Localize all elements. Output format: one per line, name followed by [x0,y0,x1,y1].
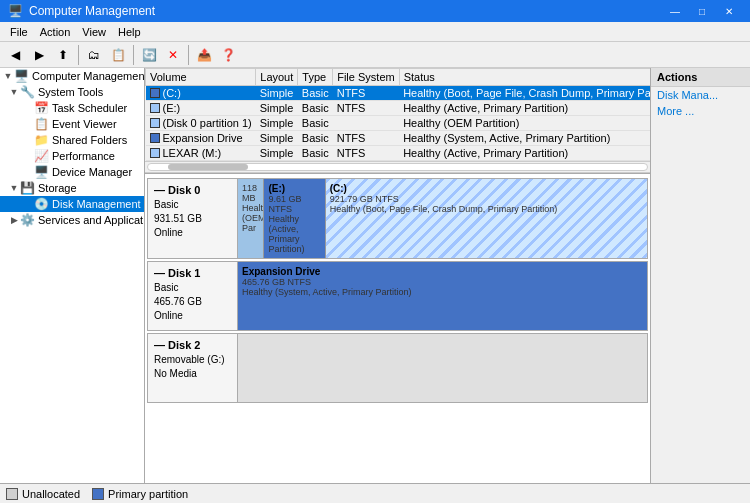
tree-item-services-apps[interactable]: ▶ ⚙️ Services and Applications [0,212,144,228]
toolbar-sep-3 [188,45,189,65]
cell-volume: Expansion Drive [146,131,256,146]
refresh-button[interactable]: 🔄 [138,44,160,66]
tree-item-computer-mgmt[interactable]: ▼ 🖥️ Computer Management (Local [0,68,144,84]
export-button[interactable]: 📤 [193,44,215,66]
disk-type: Removable (G:) [154,354,225,365]
actions-disk-manage-link[interactable]: Disk Mana... [651,87,750,103]
cell-volume: LEXAR (M:) [146,146,256,161]
partition-block[interactable]: (C:)921.79 GB NTFSHealthy (Boot, Page Fi… [326,179,647,258]
expand-icon: ▼ [8,87,20,97]
legend-unalloc-label: Unallocated [22,488,80,500]
disk-management-label: Disk Management [52,198,141,210]
menu-file[interactable]: File [4,24,34,40]
stop-button[interactable]: ✕ [162,44,184,66]
partition-name: (E:) [268,183,320,194]
volume-name: (E:) [163,102,181,114]
tree-item-task-scheduler[interactable]: 📅 Task Scheduler [0,100,144,116]
event-viewer-label: Event Viewer [52,118,117,130]
cell-volume: (Disk 0 partition 1) [146,116,256,131]
storage-icon: 💾 [20,181,35,195]
expand-icon [22,151,34,161]
cell-type: Basic [298,131,333,146]
cell-layout: Simple [256,86,298,101]
right-panel: Volume Layout Type File System Status Ca… [145,68,650,483]
toolbar-sep-2 [133,45,134,65]
up-button[interactable]: ⬆ [52,44,74,66]
show-hide-tree-button[interactable]: 🗂 [83,44,105,66]
cell-status: Healthy (OEM Partition) [399,116,650,131]
actions-title: Actions [651,68,750,87]
disk-status: No Media [154,368,197,379]
partition-block[interactable]: Expansion Drive465.76 GB NTFSHealthy (Sy… [238,262,647,330]
event-viewer-icon: 📋 [34,117,49,131]
col-layout[interactable]: Layout [256,69,298,86]
menu-bar: File Action View Help [0,22,750,42]
table-row[interactable]: (Disk 0 partition 1) Simple Basic Health… [146,116,651,131]
maximize-button[interactable]: □ [689,0,715,22]
back-button[interactable]: ◀ [4,44,26,66]
partition-detail: 465.76 GB NTFS [242,277,643,287]
menu-help[interactable]: Help [112,24,147,40]
table-row[interactable]: LEXAR (M:) Simple Basic NTFS Healthy (Ac… [146,146,651,161]
forward-button[interactable]: ▶ [28,44,50,66]
close-button[interactable]: ✕ [716,0,742,22]
window-title: Computer Management [29,4,656,18]
status-bar: Unallocated Primary partition [0,483,750,503]
table-row[interactable]: Expansion Drive Simple Basic NTFS Health… [146,131,651,146]
partition-block[interactable]: (E:)9.61 GB NTFSHealthy (Active, Primary… [264,179,325,258]
cell-status: Healthy (Active, Primary Partition) [399,146,650,161]
table-row[interactable]: (E:) Simple Basic NTFS Healthy (Active, … [146,101,651,116]
services-apps-icon: ⚙️ [20,213,35,227]
col-filesystem[interactable]: File System [333,69,399,86]
disk-label: — Disk 2 Removable (G:) No Media [148,334,238,402]
minimize-button[interactable]: — [662,0,688,22]
partition-detail: 921.79 GB NTFS [330,194,643,204]
disk-row: — Disk 2 Removable (G:) No Media [147,333,648,403]
h-scrollbar[interactable] [145,161,650,173]
tree-item-performance[interactable]: 📈 Performance [0,148,144,164]
computer-mgmt-icon: 🖥️ [14,69,29,83]
col-volume[interactable]: Volume [146,69,256,86]
tree-item-storage[interactable]: ▼ 💾 Storage [0,180,144,196]
expand-icon [22,103,34,113]
disk-id: — Disk 0 [154,184,200,196]
tree-item-shared-folders[interactable]: 📁 Shared Folders [0,132,144,148]
volume-color-indicator [150,148,160,158]
cell-layout: Simple [256,131,298,146]
table-row[interactable]: (C:) Simple Basic NTFS Healthy (Boot, Pa… [146,86,651,101]
properties-button[interactable]: 📋 [107,44,129,66]
help-button[interactable]: ❓ [217,44,239,66]
volume-name: Expansion Drive [163,132,243,144]
tree-item-system-tools[interactable]: ▼ 🔧 System Tools [0,84,144,100]
disk-id: — Disk 2 [154,339,200,351]
cell-status: Healthy (System, Active, Primary Partiti… [399,131,650,146]
expand-icon [22,135,34,145]
cell-layout: Simple [256,101,298,116]
tree-item-disk-management[interactable]: 💿 Disk Management [0,196,144,212]
col-status[interactable]: Status [399,69,650,86]
tree-item-event-viewer[interactable]: 📋 Event Viewer [0,116,144,132]
legend-primary-box [92,488,104,500]
menu-view[interactable]: View [76,24,112,40]
partition-detail: 9.61 GB NTFS [268,194,320,214]
partition-detail: Healthy (Boot, Page File, Crash Dump, Pr… [330,204,643,214]
partition-block[interactable]: 118 MBHealthy (OEM Par [238,179,264,258]
cell-fs: NTFS [333,131,399,146]
no-media-label [238,334,647,402]
tree-item-device-manager[interactable]: 🖥️ Device Manager [0,164,144,180]
device-manager-icon: 🖥️ [34,165,49,179]
col-type[interactable]: Type [298,69,333,86]
table-area: Volume Layout Type File System Status Ca… [145,68,650,161]
volume-name: (C:) [163,87,181,99]
task-scheduler-label: Task Scheduler [52,102,127,114]
expand-icon: ▶ [8,215,20,225]
disk-type: Basic [154,199,178,210]
disk-row: — Disk 0 Basic 931.51 GB Online118 MBHea… [147,178,648,259]
cell-type: Basic [298,116,333,131]
actions-more-link[interactable]: More ... [651,103,750,119]
cell-layout: Simple [256,146,298,161]
system-tools-label: System Tools [38,86,103,98]
cell-volume: (C:) [146,86,256,101]
menu-action[interactable]: Action [34,24,77,40]
volume-color-indicator [150,88,160,98]
